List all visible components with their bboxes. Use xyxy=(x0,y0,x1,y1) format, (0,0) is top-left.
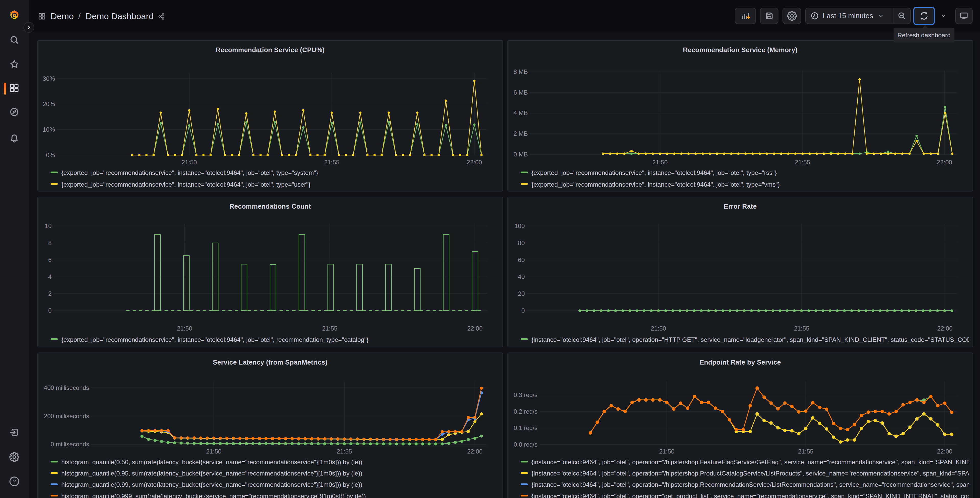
svg-text:21:55: 21:55 xyxy=(795,159,810,166)
svg-text:0: 0 xyxy=(522,307,525,314)
svg-text:21:55: 21:55 xyxy=(798,448,813,455)
svg-text:0.2 req/s: 0.2 req/s xyxy=(514,408,538,415)
svg-text:21:55: 21:55 xyxy=(794,325,809,332)
svg-text:0 milliseconds: 0 milliseconds xyxy=(51,441,89,448)
svg-text:30%: 30% xyxy=(43,75,55,82)
svg-text:21:50: 21:50 xyxy=(652,159,668,166)
svg-text:22:00: 22:00 xyxy=(937,325,953,332)
svg-text:0: 0 xyxy=(48,307,52,314)
svg-text:4 MB: 4 MB xyxy=(514,109,528,117)
svg-text:8 MB: 8 MB xyxy=(514,68,528,75)
svg-text:22:00: 22:00 xyxy=(467,159,482,166)
svg-text:20: 20 xyxy=(518,290,525,297)
svg-text:0%: 0% xyxy=(46,152,55,158)
svg-text:21:55: 21:55 xyxy=(324,159,339,166)
svg-text:21:50: 21:50 xyxy=(651,325,666,332)
svg-text:2: 2 xyxy=(48,290,52,297)
svg-text:21:55: 21:55 xyxy=(337,448,352,455)
svg-text:6: 6 xyxy=(48,256,52,263)
svg-text:22:00: 22:00 xyxy=(467,448,483,455)
svg-text:4: 4 xyxy=(48,273,52,280)
svg-text:21:50: 21:50 xyxy=(177,325,192,332)
svg-text:0.3 req/s: 0.3 req/s xyxy=(514,391,538,398)
svg-text:22:00: 22:00 xyxy=(937,448,952,455)
svg-text:22:00: 22:00 xyxy=(467,325,483,332)
svg-text:0 MB: 0 MB xyxy=(514,151,528,158)
svg-text:20%: 20% xyxy=(43,101,55,107)
svg-text:21:55: 21:55 xyxy=(322,325,337,332)
svg-text:10%: 10% xyxy=(43,126,55,133)
svg-text:400 milliseconds: 400 milliseconds xyxy=(44,384,89,391)
svg-text:8: 8 xyxy=(48,239,52,246)
svg-text:10: 10 xyxy=(45,222,52,229)
svg-text:21:50: 21:50 xyxy=(659,448,675,455)
svg-text:2 MB: 2 MB xyxy=(514,130,528,137)
svg-text:21:50: 21:50 xyxy=(206,448,221,455)
svg-text:0.0 req/s: 0.0 req/s xyxy=(514,441,538,448)
svg-text:60: 60 xyxy=(518,256,525,263)
svg-text:21:50: 21:50 xyxy=(181,159,197,166)
svg-text:6 MB: 6 MB xyxy=(514,89,528,96)
svg-text:?: ? xyxy=(13,478,16,485)
svg-text:0.1 req/s: 0.1 req/s xyxy=(514,425,538,431)
svg-text:80: 80 xyxy=(518,239,525,246)
svg-text:40: 40 xyxy=(518,273,525,280)
svg-text:200 milliseconds: 200 milliseconds xyxy=(44,413,89,420)
svg-text:100: 100 xyxy=(514,222,525,229)
svg-text:22:00: 22:00 xyxy=(937,159,952,166)
